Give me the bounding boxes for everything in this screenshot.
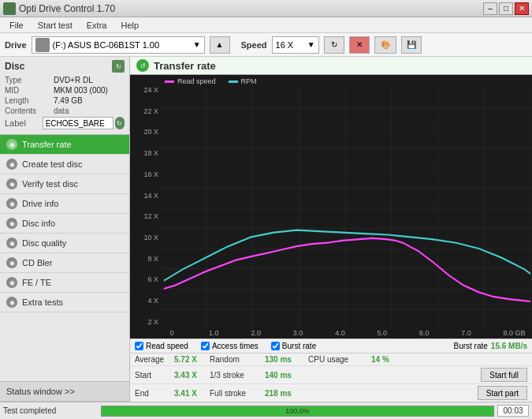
nav-transfer-rate[interactable]: ◉ Transfer rate [0, 135, 129, 155]
disc-label-input[interactable] [43, 117, 113, 129]
checkbox-read-speed: Read speed [135, 342, 188, 350]
disc-contents-label: Contents [5, 107, 54, 115]
burst-rate-display: Burst rate 15.6 MB/s [454, 342, 528, 350]
disc-quality-icon: ◉ [6, 238, 17, 249]
nav-fe-te-label: FE / TE [22, 278, 51, 287]
close-button[interactable]: ✕ [515, 2, 529, 15]
drive-select[interactable]: (F:) ASUS BC-06B1ST 1.00 ▼ [32, 36, 205, 54]
x-label-0: 0 [160, 329, 184, 337]
end-label: End [135, 389, 174, 398]
sidebar: Disc ↻ Type DVD+R DL MID MKM 003 (000) L… [0, 57, 130, 402]
disc-title: Disc [5, 61, 24, 72]
x-label-2: 2.0 [244, 329, 268, 337]
time-display: 00:03 [497, 405, 529, 417]
nav-fe-te[interactable]: ◉ FE / TE [0, 273, 129, 293]
x-label-5: 5.0 [370, 329, 394, 337]
menu-start-test[interactable]: Start test [32, 19, 79, 32]
x-label-4: 4.0 [329, 329, 352, 337]
progress-container: 100.0% [101, 406, 494, 417]
disc-label-refresh-button[interactable]: ↻ [115, 117, 125, 129]
checkbox-burst-rate-input[interactable] [271, 342, 280, 350]
checkbox-read-speed-label: Read speed [146, 342, 188, 350]
nav-drive-info[interactable]: ◉ Drive info [0, 194, 129, 214]
checkbox-access-times-input[interactable] [201, 342, 210, 350]
nav-disc-info-label: Disc info [22, 219, 55, 228]
chart-svg-area: Read speed RPM [160, 75, 532, 339]
nav-cd-bler[interactable]: ◉ CD Bler [0, 253, 129, 273]
extra-tests-icon: ◉ [6, 297, 17, 308]
x-label-8: 8.0 GB [497, 329, 532, 337]
disc-info-icon: ◉ [6, 218, 17, 229]
stroke13-label: 1/3 stroke [210, 371, 265, 380]
cd-bler-icon: ◉ [6, 257, 17, 268]
full-stroke-label: Full stroke [210, 389, 265, 398]
menu-help[interactable]: Help [114, 19, 145, 32]
nav-extra-tests-label: Extra tests [22, 297, 63, 307]
drive-value: (F:) ASUS BC-06B1ST 1.00 [53, 40, 160, 50]
nav-disc-info[interactable]: ◉ Disc info [0, 214, 129, 234]
y-label-18: 18 X [143, 149, 158, 157]
checkbox-access-times-label: Access times [212, 342, 259, 350]
refresh-button[interactable]: ↻ [324, 36, 344, 54]
status-text: Test completed [3, 406, 98, 415]
y-axis: 24 X 22 X 20 X 18 X 16 X 14 X 12 X 10 X … [130, 75, 160, 339]
nav-verify-test-disc[interactable]: ◉ Verify test disc [0, 174, 129, 194]
chart-title: Transfer rate [154, 60, 216, 72]
y-label-10: 10 X [143, 234, 158, 241]
disc-section: Disc ↻ Type DVD+R DL MID MKM 003 (000) L… [0, 57, 129, 135]
nav-create-test-disc[interactable]: ◉ Create test disc [0, 155, 129, 174]
checkbox-burst-rate: Burst rate [271, 342, 316, 350]
stats-row-2: Start 3.43 X 1/3 stroke 140 ms Start ful… [130, 365, 532, 383]
nav-create-test-disc-label: Create test disc [22, 159, 82, 169]
end-value: 3.41 X [174, 389, 210, 398]
stats-row-3: End 3.41 X Full stroke 218 ms Start part [130, 383, 532, 402]
maximize-button[interactable]: □ [499, 2, 513, 15]
full-stroke-value: 218 ms [265, 389, 308, 398]
menu-file[interactable]: File [3, 19, 30, 32]
nav-disc-quality[interactable]: ◉ Disc quality [0, 234, 129, 253]
speed-label: Speed [241, 40, 267, 50]
minimize-button[interactable]: – [483, 2, 497, 15]
x-label-7: 7.0 [455, 329, 478, 337]
chart-legend: Read speed RPM [160, 75, 532, 88]
start-value: 3.43 X [174, 371, 210, 380]
drive-device-icon [35, 38, 50, 52]
legend-read-speed-label: Read speed [177, 77, 216, 85]
disc-length-value: 7.49 GB [54, 96, 125, 105]
disc-label-label: Label [5, 118, 43, 128]
nav-transfer-rate-label: Transfer rate [22, 140, 72, 149]
app-title: Opti Drive Control 1.70 [19, 3, 115, 14]
nav-extra-tests[interactable]: ◉ Extra tests [0, 293, 129, 312]
x-label-6: 6.0 [412, 329, 436, 337]
create-test-disc-icon: ◉ [6, 159, 17, 170]
y-label-20: 20 X [143, 128, 158, 136]
color-button[interactable]: 🎨 [374, 36, 396, 54]
status-window-button[interactable]: Status window >> [0, 381, 129, 402]
eject-button[interactable]: ▲ [210, 36, 230, 54]
disc-length-label: Length [5, 96, 54, 105]
y-label-8: 8 X [147, 255, 158, 263]
start-full-button[interactable]: Start full [481, 368, 527, 382]
x-label-3: 3.0 [286, 329, 310, 337]
checkbox-burst-rate-label: Burst rate [282, 342, 316, 350]
menu-extra[interactable]: Extra [80, 19, 113, 32]
save-button[interactable]: 💾 [401, 36, 422, 54]
chart-svg [160, 88, 532, 329]
x-axis: 0 1.0 2.0 3.0 4.0 5.0 6.0 7.0 8.0 GB [160, 329, 532, 339]
disc-refresh-button[interactable]: ↻ [112, 60, 125, 73]
disc-contents-value: data [54, 107, 125, 115]
chart-controls: Read speed Access times Burst rate Burst… [130, 339, 532, 353]
y-label-12: 12 X [143, 212, 158, 220]
start-label: Start [135, 371, 174, 380]
stats-section: Average 5.72 X Random 130 ms CPU usage 1… [130, 353, 532, 402]
checkbox-read-speed-input[interactable] [135, 342, 143, 350]
drive-bar: Drive (F:) ASUS BC-06B1ST 1.00 ▼ ▲ Speed… [0, 33, 532, 57]
start-part-button[interactable]: Start part [478, 386, 527, 400]
clear-button[interactable]: ✕ [349, 36, 370, 54]
drive-label: Drive [5, 40, 27, 50]
y-label-16: 16 X [143, 170, 158, 178]
verify-test-disc-icon: ◉ [6, 178, 17, 189]
speed-select[interactable]: 16 X ▼ [272, 36, 319, 54]
nav-disc-quality-label: Disc quality [22, 238, 66, 248]
main-content: Disc ↻ Type DVD+R DL MID MKM 003 (000) L… [0, 57, 532, 402]
